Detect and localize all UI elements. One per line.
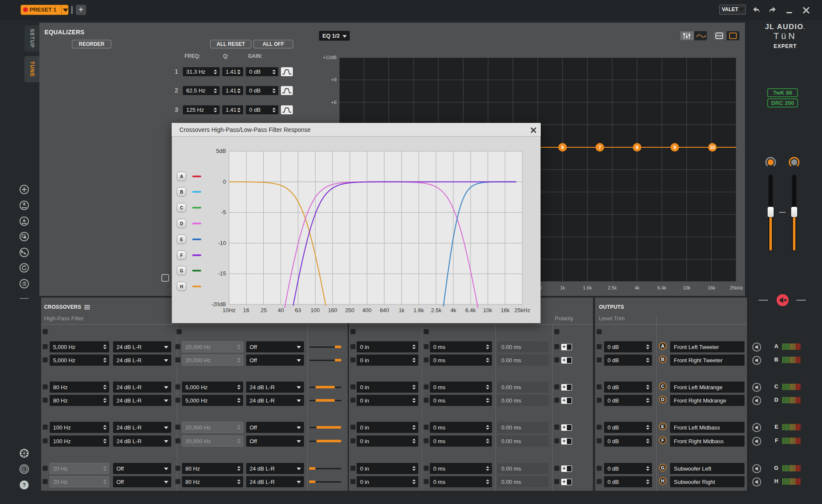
svg-text:?: ? [23, 482, 26, 488]
svg-text:C: C [23, 467, 26, 471]
svg-text:7: 7 [599, 145, 601, 150]
svg-text:8: 8 [636, 145, 638, 150]
svg-text:9: 9 [673, 145, 676, 150]
svg-text:6: 6 [561, 145, 564, 150]
svg-text:10: 10 [710, 145, 715, 150]
